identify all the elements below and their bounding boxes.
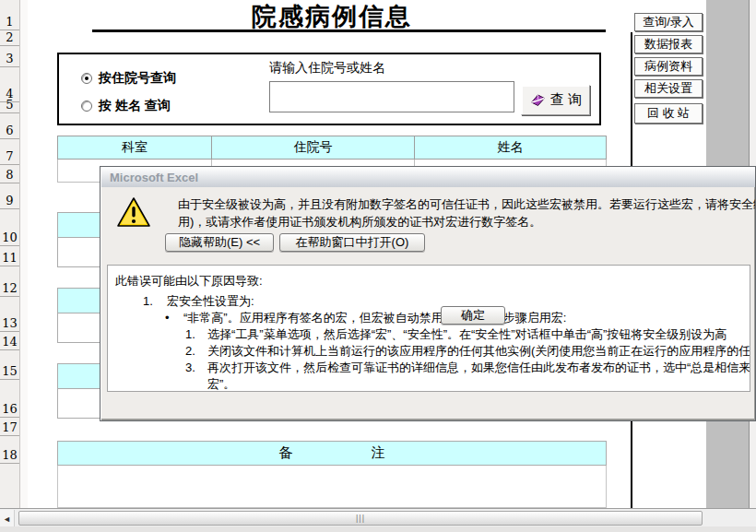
dialog-message-line2: 用)，或请求作者使用证书颁发机构所颁发的证书对宏进行数字签名。 — [178, 213, 755, 231]
gutter-strip — [20, 0, 28, 508]
nav-button-data-report[interactable]: 数据报表 — [634, 35, 703, 53]
radio-by-admission-number[interactable] — [81, 73, 92, 84]
scroll-left-arrow-icon[interactable]: ◄ — [0, 510, 15, 527]
row-header-17[interactable]: 17 — [0, 418, 19, 436]
search-input-label: 请输入住院号或姓名 — [269, 60, 385, 77]
column-header-name: 姓名 — [415, 136, 607, 160]
help-step-number: 2. — [185, 343, 195, 359]
open-in-help-window-button[interactable]: 在帮助窗口中打开(O) — [279, 233, 425, 252]
row-header-2[interactable]: 2 — [0, 30, 19, 46]
ok-button[interactable]: 确定 — [441, 306, 505, 325]
column-header-admission-number: 住院号 — [212, 136, 415, 160]
help-panel: 此错误可能由以下原因导致: 1. 宏安全性设置为: • “非常高”。应用程序有签… — [107, 265, 750, 392]
help-bullet-char: • — [165, 310, 170, 325]
page-title: 院感病例信息 — [57, 0, 607, 33]
help-step-text: 再次打开该文件，然后检查可靠证书的详细信息，如果您信任由此发布者发布的证书，选中… — [207, 360, 750, 375]
help-step-text: 选择“工具”菜单选项，然后选择“宏”、“安全性”。在“安全性”对话框中单击“高”… — [207, 326, 726, 342]
radio-row-by-name[interactable]: 按 姓名 查询 — [81, 98, 171, 114]
row-header-14[interactable]: 14 — [0, 332, 19, 350]
remark-body-cell[interactable] — [57, 466, 607, 508]
horizontal-scrollbar[interactable]: ◄ ||| — [0, 508, 756, 526]
nav-button-query-entry[interactable]: 查询/录入 — [634, 13, 703, 31]
row-header-6[interactable]: 6 — [0, 113, 19, 139]
hide-help-button[interactable]: 隐藏帮助(E) << — [165, 233, 274, 252]
gutter-divider — [19, 0, 20, 508]
horizontal-scrollbar-thumb[interactable]: ||| — [18, 511, 703, 526]
row-header-12[interactable]: 12 — [0, 266, 19, 297]
column-header-department: 科室 — [57, 136, 212, 160]
book-icon — [529, 92, 547, 108]
help-step-number: 1. — [185, 326, 195, 342]
macro-security-dialog: Microsoft Excel 由于安全级被设为高，并且没有附加数字签名的可信任… — [100, 166, 756, 421]
remark-header: 备 注 — [57, 441, 607, 466]
row-header-9[interactable]: 9 — [0, 183, 19, 209]
table-header-row: 科室 住院号 姓名 — [57, 136, 607, 160]
help-item-number: 1. — [143, 293, 153, 309]
help-step-text: 关闭该文件和计算机上当前运行的该应用程序的任何其他实例(关闭使用您当前正在运行的… — [207, 343, 750, 359]
help-item-text: 宏安全性设置为: — [167, 293, 254, 309]
row-header-8[interactable]: 8 — [0, 165, 19, 183]
row-header-15[interactable]: 15 — [0, 350, 19, 380]
row-header-10[interactable]: 10 — [0, 209, 19, 246]
radio-by-name-label: 按 姓名 查询 — [99, 98, 171, 114]
remark-char-left: 备 — [279, 444, 293, 462]
dialog-titlebar[interactable]: Microsoft Excel — [101, 168, 755, 187]
dialog-message-line1: 由于安全级被设为高，并且没有附加数字签名的可信任证书，因此这些宏被禁用。若要运行… — [178, 195, 755, 213]
row-header-5[interactable]: 5 — [0, 102, 19, 113]
remark-char-right: 注 — [372, 444, 385, 462]
nav-button-recycle-bin[interactable]: 回 收 站 — [634, 103, 703, 124]
row-header-3[interactable]: 3 — [0, 46, 19, 67]
row-header-16[interactable]: 16 — [0, 380, 19, 418]
dialog-title: Microsoft Excel — [110, 171, 198, 184]
query-button-label: 查 询 — [550, 91, 582, 109]
row-header-gutter: 1 2 3 4 5 6 7 8 9 10 11 12 13 14 15 16 1… — [0, 0, 28, 508]
excel-sheet-viewport: 1 2 3 4 5 6 7 8 9 10 11 12 13 14 15 16 1… — [0, 0, 756, 532]
help-step-number: 3. — [185, 360, 195, 375]
search-panel: 按住院号查询 按 姓名 查询 请输入住院号或姓名 查 询 — [57, 53, 601, 125]
help-intro: 此错误可能由以下原因导致: — [115, 273, 263, 289]
radio-by-name[interactable] — [81, 100, 92, 112]
row-header-18[interactable]: 18 — [0, 436, 19, 464]
nav-button-case-material[interactable]: 病例资料 — [634, 57, 703, 76]
nav-button-settings[interactable]: 相关设置 — [634, 79, 703, 98]
query-button[interactable]: 查 询 — [521, 85, 590, 115]
row-header-1[interactable]: 1 — [0, 7, 19, 30]
radio-by-admission-number-label: 按住院号查询 — [99, 70, 176, 87]
row-header-7[interactable]: 7 — [0, 139, 19, 165]
warning-icon — [116, 196, 151, 229]
search-input[interactable] — [269, 81, 514, 112]
help-bullet-text: “非常高”。应用程序有签名的宏，但宏被自动禁用。使用以下步骤启用宏: — [183, 310, 566, 325]
row-header-11[interactable]: 11 — [0, 246, 19, 266]
title-underline — [92, 30, 606, 32]
bottom-strip — [0, 526, 756, 532]
help-step-text-wrap: 宏”。 — [207, 376, 235, 392]
radio-row-by-id[interactable]: 按住院号查询 — [81, 70, 176, 87]
dialog-message: 由于安全级被设为高，并且没有附加数字签名的可信任证书，因此这些宏被禁用。若要运行… — [178, 195, 755, 231]
row-header-13[interactable]: 13 — [0, 297, 19, 332]
